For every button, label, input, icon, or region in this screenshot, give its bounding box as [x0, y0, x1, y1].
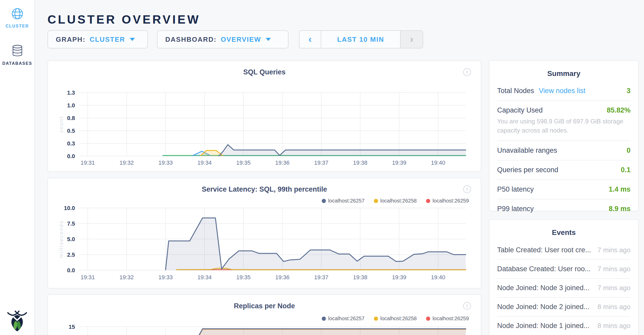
summary-row-capacity-used: Capacity Used 85.82% You are using 598.9… [497, 101, 631, 141]
summary-row-value: 0.1 [621, 166, 631, 174]
summary-row-label: Unavailable ranges [497, 146, 557, 155]
chart-card-service-latency: Service Latency: SQL, 99th percentile ! … [47, 178, 481, 289]
svg-text:19:31: 19:31 [80, 274, 95, 281]
events-panel: Events Table Created: User root cre... 7… [489, 219, 639, 335]
event-time: 8 mins ago [592, 303, 631, 311]
legend-item[interactable]: localhost:26257 [322, 198, 365, 204]
main-content: CLUSTER OVERVIEW GRAPH: CLUSTER DASHBOAR… [35, 0, 644, 335]
summary-row-label: Total Nodes [497, 87, 534, 95]
time-range-prev-button[interactable]: ‹ [299, 31, 321, 48]
svg-text:19:36: 19:36 [275, 274, 290, 281]
event-row[interactable]: Table Created: User root cre... 7 mins a… [497, 241, 631, 260]
cockroach-logo-icon[interactable] [7, 309, 28, 333]
info-icon[interactable]: ! [463, 185, 471, 193]
event-time: 7 mins ago [592, 265, 631, 273]
svg-text:19:40: 19:40 [431, 159, 445, 166]
summary-panel: Summary Total Nodes View nodes list 3 Ca… [489, 60, 639, 211]
legend-item[interactable]: localhost:26258 [374, 316, 417, 322]
chevron-down-icon [130, 38, 135, 41]
legend-label: localhost:26258 [380, 316, 417, 322]
legend-dot-icon [374, 317, 378, 321]
svg-text:19:39: 19:39 [392, 274, 406, 281]
event-time: 7 mins ago [592, 246, 631, 254]
legend-item[interactable]: localhost:26259 [426, 316, 469, 322]
svg-text:19:37: 19:37 [314, 159, 328, 166]
legend-item[interactable]: localhost:26259 [426, 198, 469, 204]
time-range-next-button[interactable]: › [400, 31, 423, 48]
summary-row-value: 8.9 ms [609, 205, 631, 213]
chevron-down-icon [266, 38, 271, 41]
summary-row-unavailable-ranges: Unavailable ranges 0 [497, 141, 631, 160]
chart-title: SQL Queries [48, 61, 481, 76]
chart-plot-replicas-per-node: 05101519:3119:3219:3319:3419:3519:3619:3… [48, 325, 482, 335]
svg-text:0.3: 0.3 [67, 140, 75, 147]
legend-dot-icon [426, 317, 430, 321]
globe-icon [11, 16, 23, 20]
svg-text:milliseconds: milliseconds [58, 220, 64, 258]
legend-label: localhost:26258 [380, 198, 417, 204]
events-list: Table Created: User root cre... 7 mins a… [497, 241, 631, 335]
svg-text:19:37: 19:37 [314, 274, 328, 281]
dashboard-dropdown-label: DASHBOARD: [165, 36, 217, 44]
sidebar-item-cluster[interactable]: CLUSTER [0, 8, 35, 29]
summary-row-value: 85.82% [607, 106, 631, 114]
summary-row-label: Capacity Used [497, 106, 543, 114]
event-row[interactable]: Node Joined: Node 1 joined... 8 mins ago [497, 317, 631, 335]
svg-text:0.0: 0.0 [67, 267, 75, 274]
svg-text:19:36: 19:36 [275, 159, 290, 166]
svg-text:count: count [58, 116, 64, 133]
chevron-right-icon: › [410, 34, 413, 45]
time-range-selector: ‹ LAST 10 MIN › [299, 30, 423, 48]
svg-text:19:38: 19:38 [353, 159, 367, 166]
graph-dropdown-label: GRAPH: [56, 36, 86, 44]
svg-text:19:35: 19:35 [236, 159, 251, 166]
summary-row-p50-latency: P50 latency 1.4 ms [497, 180, 631, 199]
svg-text:19:40: 19:40 [431, 274, 445, 281]
events-title: Events [497, 220, 631, 237]
summary-title: Summary [497, 61, 631, 78]
svg-text:19:33: 19:33 [159, 274, 173, 281]
svg-text:0.8: 0.8 [67, 115, 75, 121]
dashboard-dropdown-value: OVERVIEW [221, 36, 261, 44]
svg-text:19:38: 19:38 [353, 274, 367, 281]
chart-plot-service-latency: 0.02.55.07.510.019:3119:3219:3319:3419:3… [48, 205, 482, 289]
time-range-value[interactable]: LAST 10 MIN [321, 31, 400, 48]
summary-row-total-nodes: Total Nodes View nodes list 3 [497, 81, 631, 101]
svg-text:19:34: 19:34 [197, 274, 212, 281]
svg-text:0.0: 0.0 [67, 153, 75, 159]
toolbar: GRAPH: CLUSTER DASHBOARD: OVERVIEW ‹ LAS… [47, 30, 423, 48]
summary-row-label: P99 latency [497, 205, 534, 213]
capacity-note: You are using 598.9 GiB of 697.9 GiB sto… [497, 117, 631, 135]
graph-dropdown[interactable]: GRAPH: CLUSTER [47, 30, 148, 48]
event-text: Node Joined: Node 3 joined... [497, 284, 590, 292]
sidebar-item-databases[interactable]: DATABASES [0, 45, 35, 66]
summary-row-value: 3 [627, 87, 631, 95]
svg-text:2.5: 2.5 [67, 252, 75, 258]
svg-text:19:33: 19:33 [159, 159, 173, 166]
summary-row-value: 1.4 ms [609, 185, 631, 193]
info-icon[interactable]: ! [463, 68, 471, 76]
event-row[interactable]: Node Joined: Node 2 joined... 8 mins ago [497, 298, 631, 317]
summary-row-p99-latency: P99 latency 8.9 ms [497, 199, 631, 218]
svg-text:1.3: 1.3 [67, 89, 75, 96]
svg-text:1.0: 1.0 [67, 102, 75, 109]
event-row[interactable]: Database Created: User roo... 7 mins ago [497, 260, 631, 279]
svg-text:15: 15 [69, 325, 75, 330]
event-row[interactable]: Node Joined: Node 3 joined... 7 mins ago [497, 279, 631, 298]
summary-row-label: Queries per second [497, 166, 558, 174]
event-text: Node Joined: Node 1 joined... [497, 322, 590, 330]
info-icon[interactable]: ! [463, 302, 471, 310]
sidebar-item-label: DATABASES [0, 61, 35, 66]
chart-card-sql-queries: SQL Queries ! 0.00.30.50.81.01.319:3119:… [47, 60, 481, 172]
legend-item[interactable]: localhost:26257 [322, 316, 365, 322]
event-time: 7 mins ago [592, 284, 631, 292]
dashboard-dropdown[interactable]: DASHBOARD: OVERVIEW [157, 30, 289, 48]
chart-title: Replicas per Node [48, 295, 481, 310]
chart-legend: localhost:26257 localhost:26258 localhos… [322, 198, 469, 204]
summary-row-value: 0 [627, 146, 631, 155]
svg-text:10: 10 [69, 334, 75, 335]
legend-item[interactable]: localhost:26258 [374, 198, 417, 204]
legend-dot-icon [322, 317, 326, 321]
svg-text:19:39: 19:39 [392, 159, 406, 166]
view-nodes-list-link[interactable]: View nodes list [539, 87, 586, 95]
